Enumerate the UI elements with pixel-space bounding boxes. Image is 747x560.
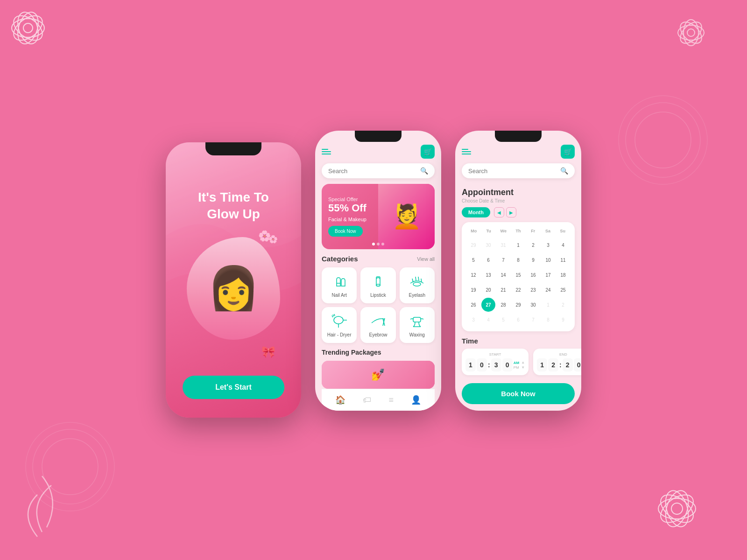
day-tu: Tu [481,227,496,235]
end-label: END [537,352,581,357]
category-hair-dryer[interactable]: Hair - Dryer [322,307,357,343]
start-h1: 1 [465,358,476,371]
cal-cell[interactable]: 3 [541,238,555,252]
svg-line-35 [333,315,334,316]
waxing-icon [409,313,425,329]
cal-cell[interactable]: 6 [481,253,495,267]
phone1-splash: It's Time To Glow Up 👩 🌸 🌸 🎀 Let's Start [166,142,301,418]
view-all-link[interactable]: View all [417,256,435,262]
cal-cell[interactable]: 7 [526,313,540,327]
day-th: Th [511,227,526,235]
svg-line-36 [334,314,335,316]
search-input-phone2[interactable] [328,168,420,175]
cal-cell[interactable]: 15 [511,268,525,282]
cal-cell[interactable]: 4 [481,313,495,327]
cal-cell[interactable]: 1 [541,298,555,312]
phone3-header: 🛒 [462,145,575,159]
start-button[interactable]: Let's Start [183,376,284,399]
cal-cell[interactable]: 30 [526,298,540,312]
day-mo: Mo [466,227,481,235]
start-time-arrows[interactable]: ▲ ▼ [521,360,525,370]
svg-point-12 [678,25,704,40]
cal-cell[interactable]: 31 [496,238,510,252]
cal-cell[interactable]: 29 [466,238,480,252]
eyelash-icon [409,273,425,290]
cal-cell[interactable]: 7 [496,253,510,267]
month-selector: Month ◀ ▶ [462,207,575,217]
end-colon: : [559,361,562,369]
cal-cell[interactable]: 14 [496,268,510,282]
cal-cell[interactable]: 25 [556,283,570,297]
prev-month-btn[interactable]: ◀ [494,207,504,217]
cal-cell[interactable]: 3 [466,313,480,327]
cal-cell[interactable]: 11 [556,253,570,267]
cal-cell[interactable]: 19 [466,283,480,297]
cal-cell[interactable]: 17 [541,268,555,282]
cal-cell[interactable]: 29 [511,298,525,312]
cal-cell[interactable]: 10 [541,253,555,267]
search-icon: 🔍 [420,167,428,175]
cal-cell[interactable]: 2 [556,298,570,312]
banner-book-btn[interactable]: Book Now [328,226,363,237]
phone3-menu-icon[interactable] [462,149,471,154]
trending-title: Trending Packages [322,349,381,356]
cal-cell[interactable]: 5 [496,313,510,327]
day-fr: Fr [526,227,541,235]
svg-point-0 [42,439,98,495]
category-waxing[interactable]: Waxing [400,307,435,343]
cal-cell[interactable]: 18 [556,268,570,282]
search-input-phone3[interactable] [468,168,560,175]
appointment-title: Appointment [462,188,575,197]
cal-cell[interactable]: 23 [526,283,540,297]
cal-cell[interactable]: 24 [541,283,555,297]
eyelash-label: Eyelash [409,293,426,298]
phone2-main: 🛒 🔍 Special Offer 55% Off Facial & Makeu… [315,131,441,411]
phone3-cart-icon[interactable]: 🛒 [561,145,575,159]
cal-cell[interactable]: 4 [556,238,570,252]
nail-art-icon [331,273,348,290]
next-month-btn[interactable]: ▶ [506,207,516,217]
cart-icon[interactable]: 🛒 [421,145,435,159]
book-now-button[interactable]: Book Now [462,383,575,404]
cal-cell[interactable]: 12 [466,268,480,282]
cal-cell[interactable]: 30 [481,238,495,252]
cal-cell[interactable]: 26 [466,298,480,312]
profile-nav-icon[interactable]: 👤 [411,395,421,405]
category-eyebrow[interactable]: Eyebrow [360,307,395,343]
cal-cell[interactable]: 9 [526,253,540,267]
search-bar-phone3[interactable]: 🔍 [462,163,575,178]
tag-nav-icon[interactable]: 🏷 [363,395,371,405]
svg-rect-39 [413,317,421,322]
list-nav-icon[interactable]: ≡ [388,395,394,405]
cal-cell[interactable]: 21 [496,283,510,297]
svg-point-6 [12,19,44,37]
menu-icon[interactable] [322,149,331,154]
cal-cell[interactable]: 6 [511,313,525,327]
cal-cell[interactable]: 13 [481,268,495,282]
cal-cell[interactable]: 8 [541,313,555,327]
splash-title: It's Time To Glow Up [198,189,269,223]
cal-cell[interactable]: 28 [496,298,510,312]
category-lipstick[interactable]: Lipstick [360,267,395,303]
cal-cell-selected[interactable]: 27 [481,298,495,312]
cal-cell[interactable]: 16 [526,268,540,282]
start-m2: 0 [502,358,513,371]
calendar: Mo Tu We Th Fr Sa Su 29 30 31 1 2 3 4 [462,222,575,331]
svg-point-19 [662,488,693,530]
cal-cell[interactable]: 5 [466,253,480,267]
cal-cell[interactable]: 22 [511,283,525,297]
day-su: Su [555,227,570,235]
cal-cell[interactable]: 9 [556,313,570,327]
cal-cell[interactable]: 2 [526,238,540,252]
category-nail-art[interactable]: Nail Art [322,267,357,303]
cal-cell[interactable]: 1 [511,238,525,252]
search-bar-phone2[interactable]: 🔍 [322,163,435,178]
cal-cell[interactable]: 8 [511,253,525,267]
waxing-label: Waxing [409,332,425,337]
home-nav-icon[interactable]: 🏠 [335,395,345,405]
cal-cell[interactable]: 20 [481,283,495,297]
category-eyelash[interactable]: Eyelash [400,267,435,303]
month-badge[interactable]: Month [462,207,490,217]
phone1-notch [205,142,261,155]
svg-point-17 [658,498,696,519]
